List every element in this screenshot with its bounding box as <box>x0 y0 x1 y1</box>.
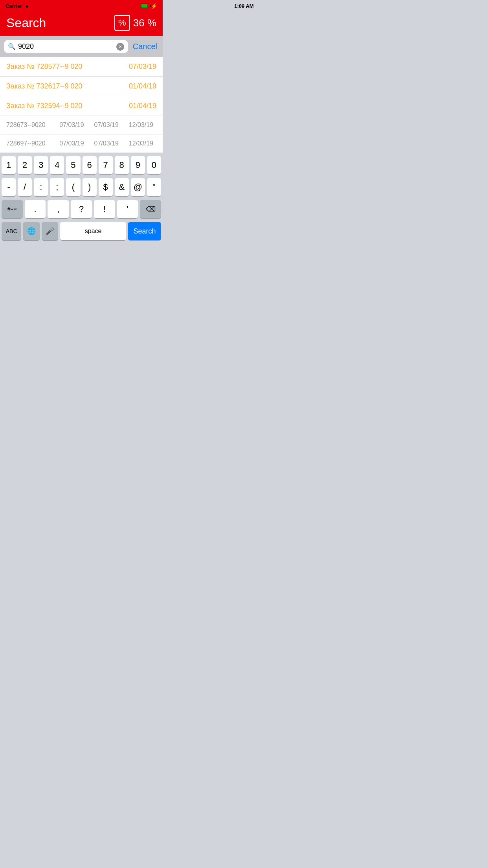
key-rparen[interactable]: ) <box>83 178 97 196</box>
plain-date-1c: 12/03/19 <box>126 140 156 147</box>
results-list: Заказ № 728577--9 020 07/03/19 Заказ № 7… <box>0 57 163 153</box>
search-icon: 🔍 <box>8 43 16 50</box>
plain-date-0a: 07/03/19 <box>56 121 87 129</box>
key-symbols[interactable]: #+= <box>2 200 23 218</box>
key-semicolon[interactable]: ; <box>50 178 64 196</box>
status-bar: Carrier ▲ 1:09 AM ⚡ <box>0 0 163 11</box>
key-comma[interactable]: , <box>48 200 69 218</box>
key-3[interactable]: 3 <box>34 156 48 174</box>
header-right: % 36 % <box>114 15 156 31</box>
search-box: 🔍 ✕ <box>4 40 128 53</box>
globe-key[interactable]: 🌐 <box>23 222 40 240</box>
plain-id-0: 728673--9020 <box>6 121 52 129</box>
order-date-1: 01/04/19 <box>129 82 156 90</box>
key-question[interactable]: ? <box>71 200 92 218</box>
space-key[interactable]: space <box>60 222 126 240</box>
result-item-3[interactable]: 728673--9020 07/03/19 07/03/19 12/03/19 <box>0 116 163 134</box>
key-amp[interactable]: & <box>115 178 129 196</box>
key-2[interactable]: 2 <box>18 156 32 174</box>
status-carrier: Carrier ▲ <box>6 3 29 9</box>
discount-value: 36 % <box>133 17 156 29</box>
header: Search % 36 % <box>0 11 163 36</box>
key-abc[interactable]: ABC <box>2 222 21 240</box>
backspace-key[interactable]: ⌫ <box>140 200 161 218</box>
key-dollar[interactable]: $ <box>99 178 113 196</box>
order-date-0: 07/03/19 <box>129 63 156 71</box>
key-7[interactable]: 7 <box>99 156 113 174</box>
discount-icon: % <box>114 15 130 31</box>
key-at[interactable]: @ <box>131 178 145 196</box>
key-slash[interactable]: / <box>18 178 32 196</box>
status-right: ⚡ <box>141 3 157 9</box>
order-name-0: Заказ № 728577--9 020 <box>6 63 83 71</box>
key-4[interactable]: 4 <box>50 156 64 174</box>
plain-date-1a: 07/03/19 <box>56 140 87 147</box>
bolt-icon: ⚡ <box>151 3 157 9</box>
key-dash[interactable]: - <box>2 178 16 196</box>
key-quote[interactable]: " <box>147 178 161 196</box>
keyboard-row-4: ABC 🌐 🎤 space Search <box>2 222 161 240</box>
key-apostrophe[interactable]: ' <box>117 200 138 218</box>
key-lparen[interactable]: ( <box>66 178 80 196</box>
cancel-button[interactable]: Cancel <box>131 42 159 51</box>
battery-icon <box>141 4 149 8</box>
result-item-0[interactable]: Заказ № 728577--9 020 07/03/19 <box>0 57 163 77</box>
plain-id-1: 728697--9020 <box>6 140 52 147</box>
key-period[interactable]: . <box>25 200 46 218</box>
key-0[interactable]: 0 <box>147 156 161 174</box>
key-1[interactable]: 1 <box>2 156 16 174</box>
order-name-2: Заказ № 732594--9 020 <box>6 102 83 110</box>
keyboard-row-1: 1 2 3 4 5 6 7 8 9 0 <box>2 156 161 174</box>
search-area: 🔍 ✕ Cancel <box>0 36 163 57</box>
plain-date-0c: 12/03/19 <box>126 121 156 129</box>
key-5[interactable]: 5 <box>66 156 80 174</box>
keyboard: 1 2 3 4 5 6 7 8 9 0 - / : ; ( ) $ & @ " … <box>0 153 163 242</box>
search-input[interactable] <box>18 42 114 51</box>
key-6[interactable]: 6 <box>83 156 97 174</box>
plain-date-0b: 07/03/19 <box>91 121 122 129</box>
key-colon[interactable]: : <box>34 178 48 196</box>
page-title: Search <box>6 16 46 30</box>
mic-key[interactable]: 🎤 <box>42 222 58 240</box>
key-9[interactable]: 9 <box>131 156 145 174</box>
result-item-4[interactable]: 728697--9020 07/03/19 07/03/19 12/03/19 <box>0 134 163 153</box>
order-name-1: Заказ № 732617--9 020 <box>6 82 83 90</box>
clear-button[interactable]: ✕ <box>116 43 124 51</box>
keyboard-row-2: - / : ; ( ) $ & @ " <box>2 178 161 196</box>
result-item-1[interactable]: Заказ № 732617--9 020 01/04/19 <box>0 77 163 96</box>
key-exclaim[interactable]: ! <box>94 200 115 218</box>
search-key[interactable]: Search <box>128 222 161 240</box>
keyboard-row-3: #+= . , ? ! ' ⌫ <box>2 200 161 218</box>
wifi-icon: ▲ <box>25 3 29 9</box>
result-item-2[interactable]: Заказ № 732594--9 020 01/04/19 <box>0 96 163 116</box>
order-date-2: 01/04/19 <box>129 102 156 110</box>
plain-date-1b: 07/03/19 <box>91 140 122 147</box>
key-8[interactable]: 8 <box>115 156 129 174</box>
